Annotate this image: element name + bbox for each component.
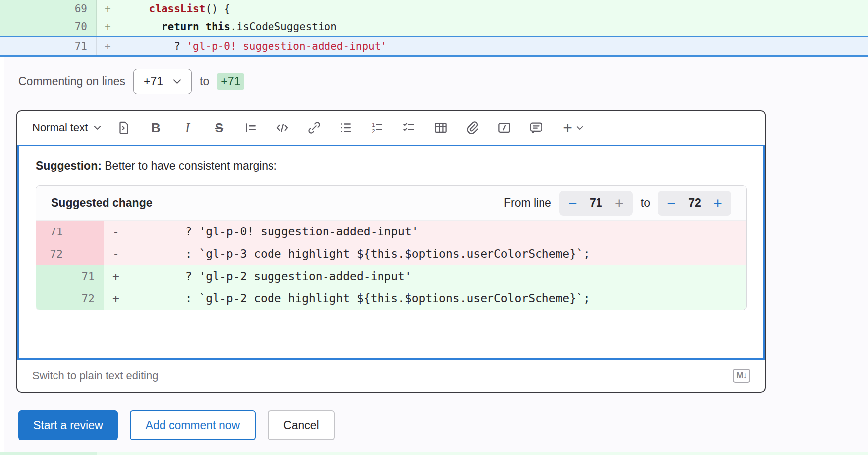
details-block-button[interactable] bbox=[488, 116, 520, 140]
chevron-down-icon bbox=[576, 126, 583, 130]
suggested-diff-row: 71+ ? 'gl-p-2 suggestion-added-input' bbox=[36, 265, 746, 287]
next-diff-row-sliver bbox=[0, 452, 868, 455]
diff-marker: - bbox=[104, 243, 130, 265]
svg-text:2: 2 bbox=[372, 128, 375, 134]
link-icon bbox=[307, 120, 322, 135]
quote-button[interactable] bbox=[235, 116, 267, 140]
chevron-down-icon bbox=[173, 79, 181, 84]
old-line-number bbox=[36, 287, 71, 310]
comment-editor: Normal text B I S bbox=[16, 110, 766, 393]
chevron-down-icon bbox=[94, 125, 101, 130]
more-options-button[interactable]: + bbox=[552, 116, 594, 140]
line-number[interactable]: 69 bbox=[0, 0, 97, 18]
new-line-number: 71 bbox=[71, 265, 104, 287]
diff-row: 70+ return this.isCodeSuggestion bbox=[0, 18, 868, 36]
insert-suggestion-icon bbox=[116, 120, 131, 135]
commenting-label: Commenting on lines bbox=[18, 75, 125, 88]
gutter-sliver bbox=[0, 452, 97, 455]
code-icon bbox=[274, 120, 290, 135]
suggested-change-diff: 71- ? 'gl-p-0! suggestion-added-input'72… bbox=[36, 221, 746, 310]
details-block-icon bbox=[497, 120, 512, 135]
quote-icon bbox=[243, 120, 258, 135]
bold-button[interactable]: B bbox=[140, 116, 171, 140]
to-line-stepper: − 72 + bbox=[658, 191, 731, 216]
plus-icon: + bbox=[563, 120, 572, 136]
code-line: return this.isCodeSuggestion bbox=[124, 18, 337, 36]
code-button[interactable] bbox=[267, 116, 298, 140]
to-label: to bbox=[200, 75, 209, 88]
new-line-number bbox=[71, 243, 104, 265]
numbered-list-icon: 12 bbox=[370, 120, 385, 135]
attach-file-button[interactable] bbox=[457, 116, 488, 140]
link-button[interactable] bbox=[298, 116, 330, 140]
rich-text-editor-body[interactable]: Suggestion: Better to have consistent ma… bbox=[17, 145, 765, 360]
suggested-diff-row: 72+ : `gl-p-2 code highlight ${this.$opt… bbox=[36, 287, 746, 310]
new-line-number bbox=[71, 221, 104, 243]
from-line-label: From line bbox=[504, 196, 551, 210]
task-list-button[interactable] bbox=[393, 116, 425, 140]
code-diff-table: 69+ classList() {70+ return this.isCodeS… bbox=[0, 0, 868, 57]
strikethrough-icon: S bbox=[215, 120, 223, 136]
bold-icon: B bbox=[151, 120, 161, 136]
to-line-decrement-button[interactable]: − bbox=[661, 193, 682, 213]
diff-marker: + bbox=[97, 0, 124, 18]
old-line-number: 71 bbox=[36, 221, 71, 243]
bulleted-list-icon bbox=[338, 120, 353, 135]
comment-template-button[interactable] bbox=[520, 116, 552, 140]
diff-marker: + bbox=[104, 265, 130, 287]
diff-marker: - bbox=[104, 221, 130, 243]
svg-text:1: 1 bbox=[372, 122, 375, 128]
numbered-list-button[interactable]: 12 bbox=[362, 116, 393, 140]
start-review-button[interactable]: Start a review bbox=[18, 410, 118, 440]
to-line-value: 72 bbox=[682, 196, 707, 210]
attach-file-icon bbox=[465, 120, 480, 135]
editor-footer: Switch to plain text editing M↓ bbox=[17, 360, 765, 392]
suggestion-text: Better to have consistent margins: bbox=[102, 159, 277, 172]
merge-request-diff-comment-form: 69+ classList() {70+ return this.isCodeS… bbox=[0, 0, 868, 455]
add-comment-now-button[interactable]: Add comment now bbox=[130, 410, 256, 440]
diff-marker: + bbox=[97, 18, 124, 36]
line-range-start-value: +71 bbox=[144, 75, 163, 88]
to-line-increment-button[interactable]: + bbox=[707, 193, 728, 213]
suggestion-label: Suggestion: bbox=[36, 159, 102, 172]
comment-form-region: Commenting on lines +71 to +71 Normal te… bbox=[4, 57, 868, 452]
task-list-icon bbox=[402, 120, 417, 135]
from-line-decrement-button[interactable]: − bbox=[562, 193, 583, 213]
diff-row: 71+ ? 'gl-p-0! suggestion-added-input' bbox=[0, 36, 868, 57]
line-number[interactable]: 70 bbox=[0, 18, 97, 36]
code-line: : `gl-p-3 code highlight ${this.$options… bbox=[130, 243, 590, 265]
code-line: : `gl-p-2 code highlight ${this.$options… bbox=[130, 287, 590, 310]
line-range-start-select[interactable]: +71 bbox=[133, 69, 192, 94]
code-line: ? 'gl-p-0! suggestion-added-input' bbox=[130, 221, 419, 243]
from-line-value: 71 bbox=[583, 196, 609, 210]
bulleted-list-button[interactable] bbox=[330, 116, 362, 140]
to-label: to bbox=[641, 196, 650, 210]
markdown-supported-icon[interactable]: M↓ bbox=[733, 369, 750, 383]
comment-template-icon bbox=[529, 120, 543, 135]
switch-to-plain-text-link[interactable]: Switch to plain text editing bbox=[32, 369, 158, 382]
suggested-diff-row: 71- ? 'gl-p-0! suggestion-added-input' bbox=[36, 221, 746, 243]
old-line-number bbox=[36, 265, 71, 287]
table-button[interactable] bbox=[425, 116, 457, 140]
from-line-stepper: − 71 + bbox=[559, 191, 633, 216]
italic-button[interactable]: I bbox=[171, 116, 203, 140]
code-line: ? 'gl-p-0! suggestion-added-input' bbox=[124, 37, 387, 55]
commenting-on-lines-bar: Commenting on lines +71 to +71 bbox=[18, 69, 244, 94]
new-line-number: 72 bbox=[71, 287, 104, 310]
line-range-end-badge: +71 bbox=[217, 73, 244, 90]
table-icon bbox=[434, 120, 448, 135]
code-line: ? 'gl-p-2 suggestion-added-input' bbox=[130, 265, 412, 287]
text-style-dropdown[interactable]: Normal text bbox=[32, 121, 101, 134]
text-style-label: Normal text bbox=[32, 121, 88, 134]
cancel-button[interactable]: Cancel bbox=[268, 410, 335, 440]
insert-suggestion-button[interactable] bbox=[108, 116, 140, 140]
suggested-change-header: Suggested change From line − 71 + to − bbox=[36, 186, 746, 221]
editor-toolbar: Normal text B I S bbox=[17, 111, 765, 145]
line-number[interactable]: 71 bbox=[0, 37, 97, 55]
diff-marker: + bbox=[104, 287, 130, 310]
italic-icon: I bbox=[185, 120, 190, 136]
code-sliver bbox=[97, 452, 868, 455]
strikethrough-button[interactable]: S bbox=[203, 116, 235, 140]
old-line-number: 72 bbox=[36, 243, 71, 265]
from-line-increment-button[interactable]: + bbox=[609, 193, 630, 213]
